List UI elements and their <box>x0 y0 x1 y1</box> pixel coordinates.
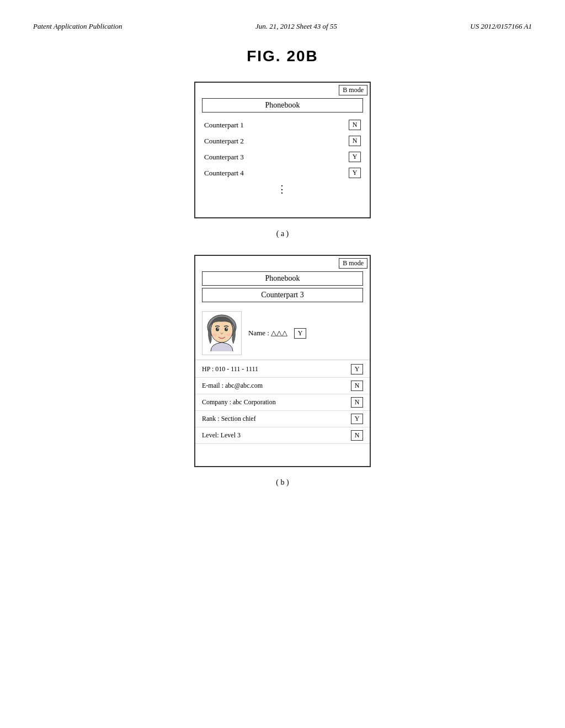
detail-row-email: E-mail : abc@abc.com N <box>195 378 370 394</box>
counterpart-1-value[interactable]: N <box>349 120 361 130</box>
detail-row-company: Company : abc Corporation N <box>195 394 370 411</box>
counterpart-1-name: Counterpart 1 <box>204 121 345 130</box>
company-label: Company : abc Corporation <box>202 398 348 406</box>
counterpart-row-1: Counterpart 1 N <box>195 117 370 133</box>
page: Patent Application Publication Jun. 21, … <box>0 0 565 728</box>
hp-value[interactable]: Y <box>351 364 363 374</box>
profile-section: Name : △△△ Y <box>195 307 370 360</box>
svg-point-5 <box>226 328 227 329</box>
svg-point-7 <box>227 334 231 336</box>
phonebook-header-b: Phonebook <box>202 271 363 286</box>
counterpart-4-name: Counterpart 4 <box>204 169 345 178</box>
svg-point-3 <box>225 328 228 331</box>
name-label: Name : △△△ <box>248 329 287 338</box>
email-value[interactable]: N <box>351 381 363 391</box>
counterpart-2-value[interactable]: N <box>349 136 361 146</box>
svg-point-4 <box>217 328 218 329</box>
ellipsis: ⋮ <box>195 181 370 217</box>
header-center: Jun. 21, 2012 Sheet 43 of 55 <box>255 22 337 31</box>
detail-row-level: Level: Level 3 N <box>195 427 370 444</box>
counterpart3-header: Counterpart 3 <box>202 288 363 302</box>
counterpart-row-3: Counterpart 3 Y <box>195 149 370 165</box>
panel-b: B mode Phonebook Counterpart 3 <box>194 255 371 467</box>
svg-point-6 <box>212 334 217 336</box>
b-mode-button-a[interactable]: B mode <box>339 85 367 95</box>
counterpart-2-name: Counterpart 2 <box>204 137 345 146</box>
header-right: US 2012/0157166 A1 <box>470 22 532 31</box>
caption-a: ( a ) <box>33 229 532 238</box>
level-value[interactable]: N <box>351 430 363 441</box>
detail-row-rank: Rank : Section chief Y <box>195 411 370 427</box>
svg-point-2 <box>216 328 219 331</box>
header-left: Patent Application Publication <box>33 22 122 31</box>
counterpart-row-4: Counterpart 4 Y <box>195 165 370 181</box>
rank-value[interactable]: Y <box>351 414 363 424</box>
rank-label: Rank : Section chief <box>202 415 348 423</box>
b-mode-button-b[interactable]: B mode <box>339 258 367 269</box>
avatar-image <box>202 312 241 355</box>
panel-b-bottom-space <box>195 444 370 466</box>
fig-title: FIG. 20B <box>33 47 532 65</box>
counterpart-3-value[interactable]: Y <box>349 152 361 162</box>
diagram-section-a: B mode Phonebook Counterpart 1 N Counter… <box>33 82 532 218</box>
counterpart-3-name: Counterpart 3 <box>204 153 345 162</box>
caption-b: ( b ) <box>33 478 532 487</box>
counterpart-row-2: Counterpart 2 N <box>195 133 370 149</box>
level-label: Level: Level 3 <box>202 431 348 440</box>
page-header: Patent Application Publication Jun. 21, … <box>33 22 532 31</box>
detail-row-hp: HP : 010 - 111 - 1111 Y <box>195 361 370 378</box>
avatar <box>202 311 242 355</box>
hp-label: HP : 010 - 111 - 1111 <box>202 365 348 373</box>
email-label: E-mail : abc@abc.com <box>202 382 348 390</box>
name-value[interactable]: Y <box>294 328 306 339</box>
panel-a: B mode Phonebook Counterpart 1 N Counter… <box>194 82 371 218</box>
company-value[interactable]: N <box>351 397 363 408</box>
diagram-section-b: B mode Phonebook Counterpart 3 <box>33 255 532 467</box>
phonebook-header-a: Phonebook <box>202 98 363 113</box>
counterpart-4-value[interactable]: Y <box>349 168 361 178</box>
name-field: Name : △△△ Y <box>248 328 306 339</box>
